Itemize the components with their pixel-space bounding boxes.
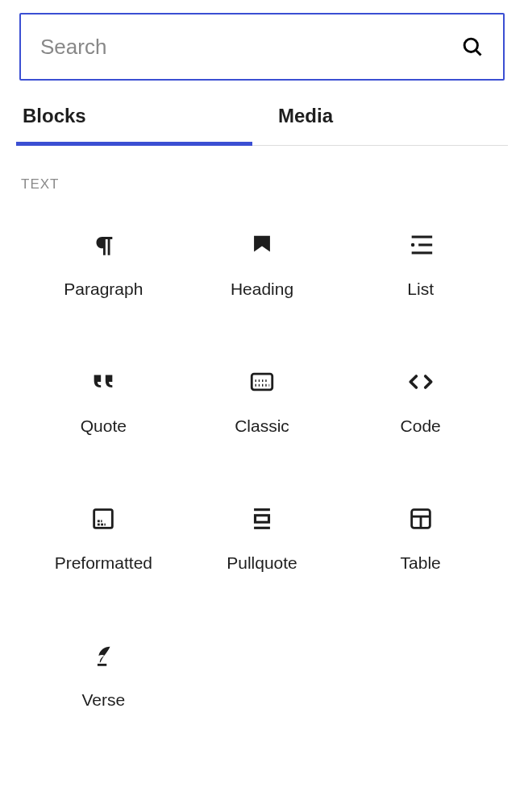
paragraph-icon <box>89 217 117 273</box>
block-classic[interactable]: Classic <box>183 354 342 458</box>
svg-rect-25 <box>98 664 106 666</box>
block-pullquote[interactable]: Pullquote <box>183 491 342 595</box>
block-table[interactable]: Table <box>341 491 500 595</box>
block-label: Table <box>401 553 441 573</box>
code-icon <box>407 354 435 410</box>
block-label: List <box>407 280 434 299</box>
block-list[interactable]: List <box>341 217 500 321</box>
svg-point-5 <box>410 243 414 247</box>
quote-icon <box>89 354 117 410</box>
block-label: Preformatted <box>55 553 152 573</box>
section-label-text: TEXT <box>21 176 508 193</box>
table-icon <box>407 491 435 547</box>
pullquote-icon <box>248 491 276 547</box>
block-label: Code <box>401 416 441 436</box>
block-heading[interactable]: Heading <box>183 217 342 321</box>
block-paragraph[interactable]: Paragraph <box>24 217 183 321</box>
tab-blocks[interactable]: Blocks <box>16 105 252 145</box>
block-label: Paragraph <box>64 280 143 299</box>
svg-point-0 <box>464 39 477 52</box>
block-code[interactable]: Code <box>341 354 500 458</box>
blocks-grid: Paragraph Heading List Quote <box>16 217 508 732</box>
block-verse[interactable]: Verse <box>24 628 183 732</box>
search-icon[interactable] <box>461 35 484 58</box>
block-preformatted[interactable]: Preformatted <box>24 491 183 595</box>
block-label: Classic <box>235 416 289 436</box>
block-label: Verse <box>81 690 125 710</box>
heading-icon <box>248 217 276 273</box>
svg-line-1 <box>476 51 481 56</box>
search-input[interactable] <box>40 35 461 60</box>
tab-media[interactable]: Media <box>252 105 508 145</box>
tabs: Blocks Media <box>16 105 508 146</box>
block-label: Quote <box>81 416 127 436</box>
verse-icon <box>89 628 117 684</box>
block-label: Heading <box>231 280 293 299</box>
block-quote[interactable]: Quote <box>24 354 183 458</box>
search-container <box>19 13 505 81</box>
svg-rect-20 <box>255 516 268 523</box>
list-icon <box>407 217 435 273</box>
block-label: Pullquote <box>227 553 297 573</box>
preformatted-icon <box>89 491 117 547</box>
classic-icon <box>248 354 276 410</box>
